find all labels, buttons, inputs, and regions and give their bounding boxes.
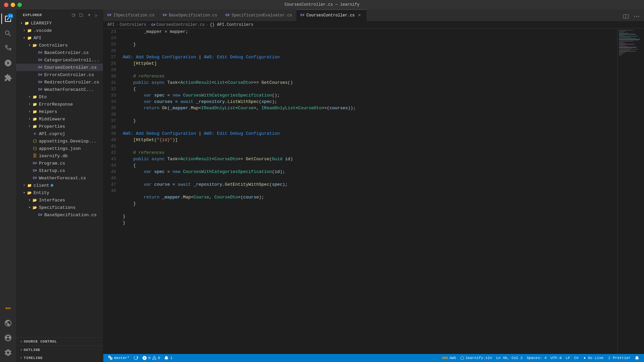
tree-item-learnify[interactable]: 📁 LEARNIFY [16,19,103,27]
tree-item-entity[interactable]: 📂 Entity [16,189,103,196]
tab-ispecification[interactable]: C# ISpecification.cs [103,9,159,21]
aws-edit-debug-link2[interactable]: AWS: Edit Debug Configuration [204,130,280,137]
new-folder-icon[interactable] [78,12,84,18]
split-editor-button[interactable] [621,12,631,21]
breadcrumb-file[interactable]: C#CoursesController.cs [151,22,205,27]
tree-item-weatherforecast[interactable]: C# WeatherForecast.cs [16,174,103,182]
source-control-header[interactable]: › SOURCE CONTROL [16,338,103,346]
status-learnify[interactable]: learnify.sln [458,354,494,362]
sc-arrow: › [20,340,22,344]
tree-item-redirectcontroller[interactable]: C# RedirectController.cs [16,78,103,86]
activity-source-control[interactable] [1,42,15,55]
outline-header[interactable]: › OUTLINE [16,346,103,354]
breadcrumb-api[interactable]: API [107,22,115,27]
tab-coursescontroller[interactable]: C# CoursesController.cs × [297,9,367,21]
tree-arrow [32,87,38,92]
tree-label: appsettings.Develop... [39,139,97,144]
aws-edit-debug-link[interactable]: AWS: Edit Debug Configuration [204,54,280,60]
cs-icon: C# [32,161,38,166]
go-live-label: Go Live [588,356,603,360]
tab-bar: C# ISpecification.cs C# BaseSpecificatio… [103,9,644,21]
code-line-36-aws: AWS: Add Debug Configuration | AWS: Edit… [123,130,617,137]
activity-run-debug[interactable] [1,56,15,70]
status-sync[interactable] [131,354,140,362]
cs-icon: C# [38,87,43,92]
tree-item-client[interactable]: 📁 client [16,182,103,189]
tree-item-categoriescontroller[interactable]: C# CategoriesControll... [16,56,103,64]
status-position[interactable]: Ln 48, Col 2 [494,354,525,362]
status-notifications[interactable]: 1 [162,354,174,362]
status-prettier[interactable]: Prettier [605,354,633,362]
tab-label: CoursesController.cs [307,13,355,18]
tree-item-program[interactable]: C# Program.cs [16,160,103,167]
minimize-button[interactable] [11,3,15,7]
tree-item-basecontroller[interactable]: C# BaseController.cs [16,49,103,56]
tree-item-errorscontroller[interactable]: C# ErrorsController.cs [16,71,103,78]
maximize-button[interactable] [17,3,22,7]
collapse-all-icon[interactable] [93,12,99,18]
tree-item-middleware[interactable]: 📁 Middleware [16,115,103,123]
tree-item-coursescontroller[interactable]: C# CoursesController.cs [16,64,103,71]
tree-arrow [27,124,32,129]
new-file-icon[interactable] [71,12,77,18]
tree-arrow [27,146,32,151]
folder-icon: 📁 [27,35,32,41]
tab-cs-icon: C# [163,13,167,17]
activity-search[interactable] [1,27,15,40]
tab-basespecification[interactable]: C# BaseSpecification.cs [159,9,221,21]
tree-item-weatherforecast-ctrl[interactable]: C# WeatherForecastC... [16,86,103,93]
tree-item-api[interactable]: 📁 API [16,34,103,42]
tree-item-dto[interactable]: 📁 Dto [16,93,103,101]
code-line-46 [123,207,617,213]
tree-item-learnify-db[interactable]: 🗄 learnify.db [16,152,103,160]
status-branch[interactable]: master* [106,354,131,362]
status-line-ending[interactable]: LF [564,354,572,362]
status-go-live[interactable]: Go Live [581,354,605,362]
folder-icon: 📁 [32,116,38,122]
timeline-header[interactable]: › TIMELINE [16,354,103,362]
notification-badge: 1 [170,356,172,360]
tree-item-specifications[interactable]: 📂 Specifications [16,204,103,211]
tree-item-appsettings-json[interactable]: {} appsettings.json [16,145,103,152]
refresh-icon[interactable] [86,12,92,18]
tree-item-errorresponse[interactable]: 📁 ErrorResponse [16,101,103,108]
tab-specificationevaluator[interactable]: C# SpecificationEvaluator.cs [221,9,296,21]
tree-item-startup[interactable]: C# Startup.cs [16,167,103,174]
proj-icon: ⚙ [32,131,38,136]
breadcrumb-symbol[interactable]: {} API.Controllers [210,22,253,27]
tree-arrow [21,190,27,195]
tree-item-appsettings-dev[interactable]: {} appsettings.Develop... [16,137,103,145]
aws-add-debug-link[interactable]: AWS: Add Debug Configuration [123,54,196,60]
activity-extensions[interactable] [1,71,15,84]
activity-explorer[interactable]: 19 [1,12,15,25]
activity-account[interactable] [1,331,15,345]
status-notifications-bell[interactable] [633,354,641,362]
tree-label: Properties [39,124,65,129]
activity-aws[interactable]: aws [1,302,15,315]
code-line-43 [123,188,617,194]
more-actions-button[interactable] [632,12,641,21]
tree-item-controllers[interactable]: 📂 Controllers [16,42,103,49]
aws-add-debug-link2[interactable]: AWS: Add Debug Configuration [123,130,196,137]
code-content[interactable]: _mapper = mapper; } AWS: Add Debug Confi… [120,28,617,354]
tab-close-button[interactable]: × [357,13,362,18]
status-errors[interactable]: 0 0 [140,354,162,362]
tree-item-helpers[interactable]: 📁 Helpers [16,108,103,115]
breadcrumb-controllers[interactable]: Controllers [120,22,146,27]
status-aws[interactable]: AWS AWS [440,354,458,362]
tree-item-basespecification[interactable]: C# BaseSpecification.cs [16,211,103,219]
activity-settings[interactable] [1,346,15,359]
status-language[interactable]: C# [572,354,581,362]
close-button[interactable] [4,3,8,7]
folder-icon: 📂 [32,205,38,210]
tree-item-interfaces[interactable]: 📂 Interfaces [16,196,103,204]
status-encoding[interactable]: UTF-8 [549,354,564,362]
breadcrumb-sep: › [148,22,150,27]
code-line-27-aws: AWS: Add Debug Configuration | AWS: Edit… [123,54,617,60]
tree-item-api-csproj[interactable]: ⚙ API.csproj [16,130,103,137]
tree-item-properties[interactable]: 📁 Properties [16,123,103,130]
status-spaces[interactable]: Spaces: 4 [525,354,548,362]
folder-icon: 📂 [32,197,38,203]
tree-item-vscode[interactable]: 📁 .vscode [16,27,103,34]
activity-remote[interactable] [1,316,15,330]
